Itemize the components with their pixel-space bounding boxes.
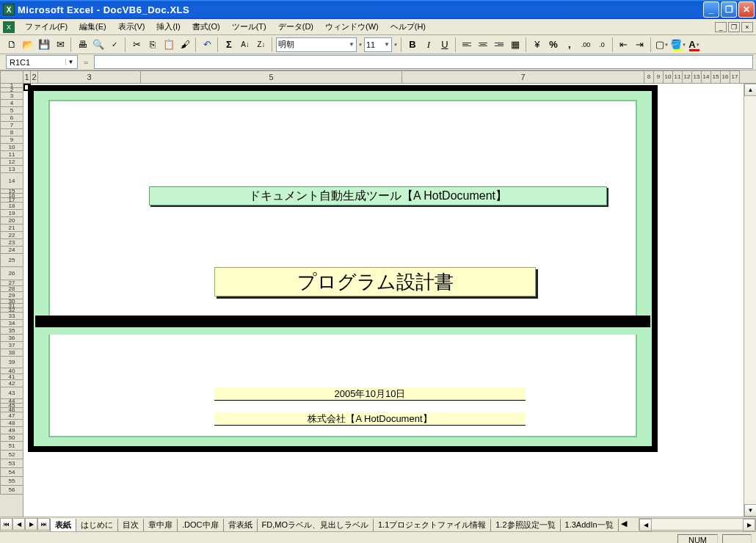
menu-file[interactable]: ファイル(F): [19, 20, 73, 34]
italic-button[interactable]: I: [421, 37, 436, 52]
row-header[interactable]: 48: [0, 420, 23, 427]
hscroll-track[interactable]: [652, 519, 743, 530]
row-header[interactable]: 25: [0, 254, 23, 267]
col-header-14[interactable]: 14: [702, 70, 711, 84]
row-header[interactable]: 39: [0, 357, 23, 368]
bold-button[interactable]: B: [405, 37, 420, 52]
autosum-icon[interactable]: Σ: [222, 37, 236, 52]
align-left-button[interactable]: [459, 37, 474, 52]
row-header[interactable]: 24: [0, 247, 23, 254]
merge-center-button[interactable]: ▦: [508, 37, 523, 52]
vertical-scrollbar[interactable]: ▲ ▼: [744, 84, 756, 517]
col-header-8[interactable]: 8: [644, 70, 654, 84]
menu-window[interactable]: ウィンドウ(W): [319, 20, 385, 34]
row-header[interactable]: 36: [0, 335, 23, 342]
row-header[interactable]: 55: [0, 477, 23, 486]
menu-help[interactable]: ヘルプ(H): [385, 20, 432, 34]
vscroll-track[interactable]: [744, 96, 756, 504]
formula-bar-input[interactable]: [94, 55, 753, 69]
sheet-tab[interactable]: 章中扉: [143, 519, 178, 531]
row-header[interactable]: 4: [0, 100, 23, 107]
print-icon[interactable]: 🖶: [75, 37, 90, 52]
row-header[interactable]: 22: [0, 232, 23, 239]
font-color-button[interactable]: A▼: [687, 37, 702, 52]
scroll-right-button[interactable]: ▶: [743, 519, 755, 531]
row-header[interactable]: 42: [0, 380, 23, 387]
sheet-tab-active[interactable]: 表紙: [50, 519, 76, 531]
row-header[interactable]: 8: [0, 129, 23, 136]
row-header[interactable]: 52: [0, 451, 23, 459]
row-header[interactable]: 20: [0, 217, 23, 225]
col-header-9[interactable]: 9: [654, 70, 664, 84]
row-header[interactable]: 51: [0, 442, 23, 451]
sheet-tab[interactable]: FD,MOラベル、見出しラベル: [257, 519, 374, 531]
row-header[interactable]: 41: [0, 374, 23, 380]
row-header[interactable]: 49: [0, 427, 23, 434]
increase-indent-button[interactable]: ⇥: [633, 37, 647, 52]
sheet-tab[interactable]: 目次: [117, 519, 144, 531]
tab-nav-first-button[interactable]: ⏮: [0, 518, 12, 531]
name-box-dropdown-icon[interactable]: ▼: [65, 59, 76, 65]
row-header[interactable]: 50: [0, 434, 23, 442]
align-right-button[interactable]: [492, 37, 506, 52]
col-header-2[interactable]: 2: [31, 70, 38, 84]
sheet-tab[interactable]: 1.2参照設定一覧: [490, 519, 560, 531]
row-header[interactable]: 14: [0, 173, 23, 189]
col-header-13[interactable]: 13: [692, 70, 702, 84]
save-icon[interactable]: 💾: [37, 37, 51, 52]
row-header[interactable]: 5: [0, 107, 23, 114]
tab-nav-next-button[interactable]: ▶: [25, 518, 37, 531]
sheet-tab[interactable]: はじめに: [76, 519, 118, 531]
print-preview-icon[interactable]: 🔍: [91, 37, 106, 52]
col-header-3[interactable]: 3: [38, 70, 141, 84]
open-file-icon[interactable]: 📂: [21, 37, 35, 52]
scroll-left-button[interactable]: ◀: [639, 519, 652, 531]
spellcheck-icon[interactable]: ✓: [107, 37, 122, 52]
minimize-button[interactable]: _: [703, 1, 719, 18]
currency-button[interactable]: ¥: [530, 37, 545, 52]
copy-icon[interactable]: ⎘: [145, 37, 160, 52]
sheet-tab[interactable]: 1.1プロジェクトファイル情報: [373, 519, 491, 531]
col-header-11[interactable]: 11: [673, 70, 683, 84]
font-dd-arrow-icon[interactable]: ▼: [358, 43, 363, 47]
sort-asc-icon[interactable]: A↓: [238, 37, 252, 52]
col-header-12[interactable]: 12: [683, 70, 692, 84]
maximize-button[interactable]: ❐: [721, 1, 737, 18]
name-box[interactable]: R1C1 ▼: [6, 55, 78, 69]
col-header-16[interactable]: 16: [721, 70, 730, 84]
tab-nav-prev-button[interactable]: ◀: [12, 518, 25, 531]
tab-nav-last-button[interactable]: ⏭: [37, 518, 50, 531]
email-icon[interactable]: ✉: [53, 37, 68, 52]
tab-overflow-icon[interactable]: ◀: [618, 518, 630, 531]
menu-view[interactable]: 表示(V): [112, 20, 151, 34]
row-header[interactable]: 54: [0, 468, 23, 477]
increase-decimal-button[interactable]: .00: [578, 37, 593, 52]
row-header[interactable]: 6: [0, 114, 23, 122]
row-header[interactable]: 18: [0, 203, 23, 210]
menu-format[interactable]: 書式(O): [186, 20, 226, 34]
comma-button[interactable]: ,: [562, 37, 577, 52]
sort-desc-icon[interactable]: Z↓: [254, 37, 269, 52]
menu-insert[interactable]: 挿入(I): [150, 20, 186, 34]
row-header[interactable]: 23: [0, 239, 23, 247]
horizontal-scrollbar[interactable]: ◀ ▶: [639, 518, 756, 531]
borders-button[interactable]: ▢▼: [655, 37, 669, 52]
col-header-10[interactable]: 10: [664, 70, 673, 84]
row-header[interactable]: 38: [0, 349, 23, 357]
align-center-button[interactable]: [476, 37, 490, 52]
row-header[interactable]: 26: [0, 267, 23, 280]
paste-icon[interactable]: 📋: [161, 37, 176, 52]
worksheet-grid[interactable]: ドキュメント自動生成ツール【A HotDocument】 プログラム設計書 20…: [23, 84, 744, 517]
row-header[interactable]: 12: [0, 158, 23, 166]
menu-data[interactable]: データ(D): [272, 20, 319, 34]
mdi-close-button[interactable]: ×: [741, 22, 753, 32]
menu-tools[interactable]: ツール(T): [226, 20, 272, 34]
menu-edit[interactable]: 編集(E): [73, 20, 112, 34]
font-name-select[interactable]: 明朝▼: [276, 37, 357, 52]
new-file-icon[interactable]: 🗋: [4, 37, 19, 52]
row-header[interactable]: 7: [0, 122, 23, 129]
close-button[interactable]: ✕: [738, 1, 755, 18]
percent-button[interactable]: %: [546, 37, 561, 52]
row-header[interactable]: 13: [0, 166, 23, 173]
row-header[interactable]: 34: [0, 320, 23, 327]
